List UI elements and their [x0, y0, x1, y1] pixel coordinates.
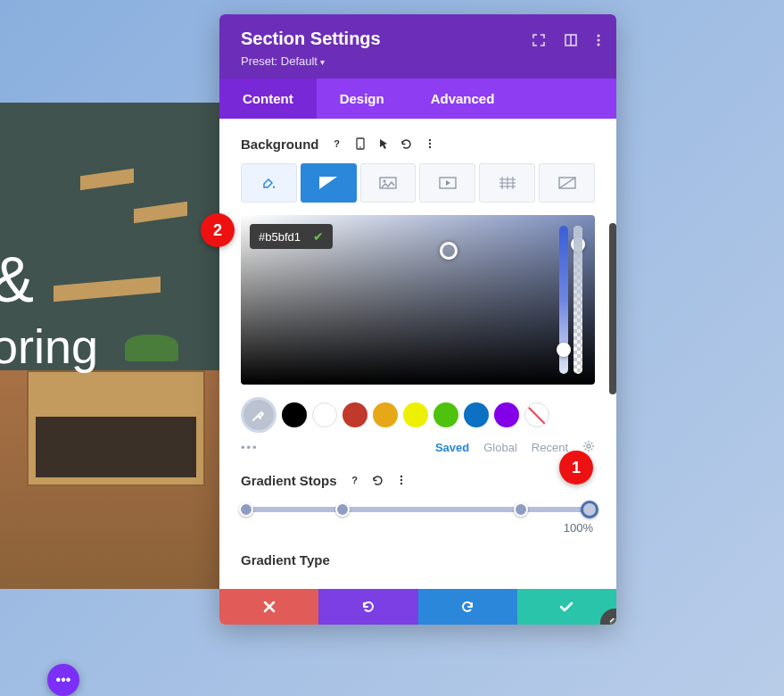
gradient-stop-1[interactable] [335, 502, 350, 517]
expand-icon[interactable] [532, 34, 545, 46]
background-type-tabs [241, 163, 595, 203]
bg-type-color[interactable] [241, 163, 297, 203]
background-label-icons: ? [328, 135, 439, 153]
eyedropper-button[interactable] [241, 397, 276, 433]
tab-bar: Content Design Advanced [219, 79, 616, 119]
svg-point-6 [359, 146, 361, 148]
swatch-purple[interactable] [494, 402, 519, 427]
gradient-label-row: Gradient Stops ? [241, 471, 595, 489]
tab-content[interactable]: Content [219, 79, 317, 119]
scrollbar[interactable] [609, 223, 616, 394]
column-icon[interactable] [565, 34, 577, 46]
gradient-percent: 100% [241, 521, 595, 534]
reset-icon[interactable] [369, 471, 387, 489]
panel-body: Background ? [219, 119, 616, 589]
swatch-black[interactable] [282, 402, 307, 427]
fab-button[interactable]: ••• [47, 664, 79, 696]
help-icon[interactable]: ? [328, 135, 346, 153]
swatch-red[interactable] [342, 402, 367, 427]
swatch-row [241, 397, 595, 433]
svg-point-22 [400, 476, 401, 477]
decor [134, 202, 187, 223]
svg-point-3 [598, 39, 600, 42]
phone-icon[interactable] [351, 135, 369, 153]
bg-type-video[interactable] [419, 163, 475, 203]
undo-button[interactable] [318, 589, 417, 625]
bg-type-pattern[interactable] [479, 163, 535, 203]
bg-type-gradient[interactable] [301, 163, 357, 203]
swatch-green[interactable] [433, 402, 458, 427]
decor [27, 370, 205, 486]
gradient-type-label: Gradient Type [241, 552, 595, 568]
palette-global-link[interactable]: Global [483, 441, 517, 454]
header-actions [532, 34, 600, 46]
gradient-stop-2[interactable] [514, 502, 528, 517]
more-icon[interactable] [597, 34, 600, 46]
cursor-icon[interactable] [375, 135, 392, 153]
svg-point-2 [598, 35, 600, 37]
color-picker-area[interactable]: #b5bfd1 ✔ [241, 215, 595, 385]
gradient-stops-section: Gradient Stops ? 100% [241, 471, 595, 534]
hue-thumb[interactable] [557, 343, 571, 357]
hex-input-chip: #b5bfd1 ✔ [250, 224, 333, 249]
background-label-row: Background ? [241, 135, 595, 153]
svg-point-23 [400, 479, 401, 481]
hero-text: & oring [0, 241, 98, 376]
swatch-yellow[interactable] [403, 402, 428, 427]
alpha-slider[interactable] [574, 226, 582, 374]
confirm-icon[interactable]: ✔ [313, 229, 324, 244]
svg-point-4 [598, 44, 600, 46]
redo-button[interactable] [418, 589, 517, 625]
vertical-sliders [552, 215, 595, 385]
tab-design[interactable]: Design [317, 79, 408, 119]
swatch-none[interactable] [524, 402, 549, 427]
palette-more-icon[interactable]: ••• [241, 441, 259, 454]
gradient-stop-0[interactable] [239, 502, 253, 517]
gradient-label-icons: ? [346, 471, 410, 489]
cancel-button[interactable] [219, 589, 318, 625]
svg-point-21 [587, 444, 590, 448]
hero-ampersand: & [0, 241, 98, 318]
hue-slider[interactable] [559, 226, 568, 374]
decor [80, 169, 134, 190]
swatch-blue[interactable] [464, 402, 489, 427]
palette-saved-link[interactable]: Saved [435, 441, 469, 454]
color-cursor[interactable] [440, 242, 458, 260]
reset-icon[interactable] [398, 135, 416, 153]
settings-panel: Section Settings Preset: Default Content… [219, 14, 616, 625]
swatch-orange[interactable] [373, 402, 398, 427]
bg-type-mask[interactable] [539, 163, 595, 203]
hero-word: oring [0, 318, 98, 376]
swatch-white[interactable] [312, 402, 337, 427]
svg-point-7 [428, 139, 430, 141]
gradient-stops-label: Gradient Stops [241, 473, 337, 488]
hex-value[interactable]: #b5bfd1 [259, 230, 301, 244]
bg-type-image[interactable] [360, 163, 417, 203]
panel-header: Section Settings Preset: Default [219, 14, 616, 79]
palette-meta: ••• Saved Global Recent [241, 440, 595, 455]
decor [125, 335, 178, 361]
background-label: Background [241, 137, 319, 152]
svg-point-8 [428, 143, 430, 145]
gradient-stop-3[interactable] [581, 501, 598, 518]
svg-point-9 [428, 146, 430, 148]
more-vert-icon[interactable] [392, 471, 410, 489]
panel-footer [219, 589, 616, 625]
alpha-thumb[interactable] [571, 237, 585, 252]
callout-2: 2 [201, 213, 235, 247]
callout-1: 1 [559, 451, 593, 485]
help-icon[interactable]: ? [346, 471, 364, 489]
tab-advanced[interactable]: Advanced [408, 79, 518, 119]
more-vert-icon[interactable] [421, 135, 439, 153]
svg-point-24 [400, 483, 401, 485]
gradient-slider[interactable] [246, 507, 590, 512]
svg-point-12 [384, 180, 386, 183]
palette-recent-link[interactable]: Recent [532, 441, 568, 454]
preset-dropdown[interactable]: Preset: Default [241, 54, 595, 68]
